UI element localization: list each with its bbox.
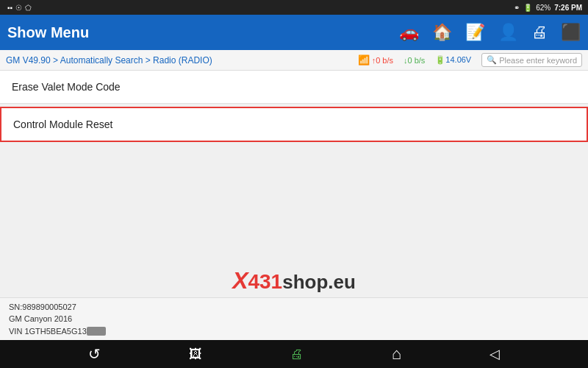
status-bar: ▪▪ ☉ ⬠ ⚭ 🔋 62% 7:26 PM <box>0 0 588 15</box>
search-box[interactable]: 🔍 Please enter keyword <box>481 53 582 67</box>
battery-percent: 62% <box>536 4 551 12</box>
breadcrumb-bar: GM V49.90 > Automatically Search > Radio… <box>0 50 588 71</box>
edit-icon[interactable]: 📝 <box>465 23 485 42</box>
voltage-display: 🔋14.06V <box>435 55 471 65</box>
upload-speed: ↑0 b/s <box>372 56 393 65</box>
android-nav: ↺ 🖼 🖨 ⌂ ◁ <box>0 340 588 368</box>
breadcrumb-right: 📶 ↑0 b/s ↓0 b/s 🔋14.06V 🔍 Please enter k… <box>358 53 582 67</box>
status-time: 7:26 PM <box>554 4 582 12</box>
menu-list: Erase Valet Mode Code Control Module Res… <box>0 71 588 303</box>
refresh-button[interactable]: ↺ <box>88 345 101 363</box>
print-nav-button[interactable]: 🖨 <box>290 347 304 362</box>
car-icon[interactable]: 🚗 <box>399 23 419 42</box>
wifi-signal-icon: 📶 <box>358 54 370 66</box>
exit-icon[interactable]: ⬛ <box>561 23 581 42</box>
battery-icon: 🔋 <box>523 4 532 12</box>
vin-number: VIN 1GTH5BEA5G13●●●● <box>9 325 579 338</box>
wifi-icon: ☉ <box>15 4 22 12</box>
status-right-icons: ⚭ 🔋 62% 7:26 PM <box>514 4 582 12</box>
search-icon: 🔍 <box>487 55 497 65</box>
search-placeholder: Please enter keyword <box>499 56 577 65</box>
top-nav-icons: 🚗 🏠 📝 👤 🖨 ⬛ <box>399 23 581 42</box>
breadcrumb: GM V49.90 > Automatically Search > Radio… <box>6 55 212 66</box>
sim-icon: ▪▪ <box>7 4 12 12</box>
home-icon[interactable]: 🏠 <box>432 23 452 42</box>
download-speed: ↓0 b/s <box>404 56 425 65</box>
bt-icon: ⬠ <box>25 4 32 12</box>
bottom-info: SN:989890005027 GM Canyon 2016 VIN 1GTH5… <box>0 297 588 341</box>
vehicle-model: GM Canyon 2016 <box>9 313 579 325</box>
print-icon[interactable]: 🖨 <box>531 23 548 42</box>
signal-down: ↓0 b/s <box>404 56 425 65</box>
signal-up: 📶 ↑0 b/s <box>358 54 393 66</box>
person-icon[interactable]: 👤 <box>498 23 518 42</box>
main-content: Erase Valet Mode Code Control Module Res… <box>0 71 588 303</box>
back-button[interactable]: ◁ <box>490 346 500 362</box>
page-title: Show Menu <box>7 24 399 41</box>
top-nav: Show Menu 🚗 🏠 📝 👤 🖨 ⬛ <box>0 15 588 50</box>
vin-redacted: ●●●● <box>87 327 107 336</box>
home-button[interactable]: ⌂ <box>392 344 401 364</box>
gallery-button[interactable]: 🖼 <box>189 347 202 362</box>
bluetooth-icon: ⚭ <box>514 4 520 12</box>
menu-item-control-reset[interactable]: Control Module Reset <box>0 107 588 142</box>
serial-number: SN:989890005027 <box>9 301 579 314</box>
menu-item-erase-valet[interactable]: Erase Valet Mode Code <box>0 71 588 104</box>
status-left-icons: ▪▪ ☉ ⬠ <box>6 4 509 12</box>
